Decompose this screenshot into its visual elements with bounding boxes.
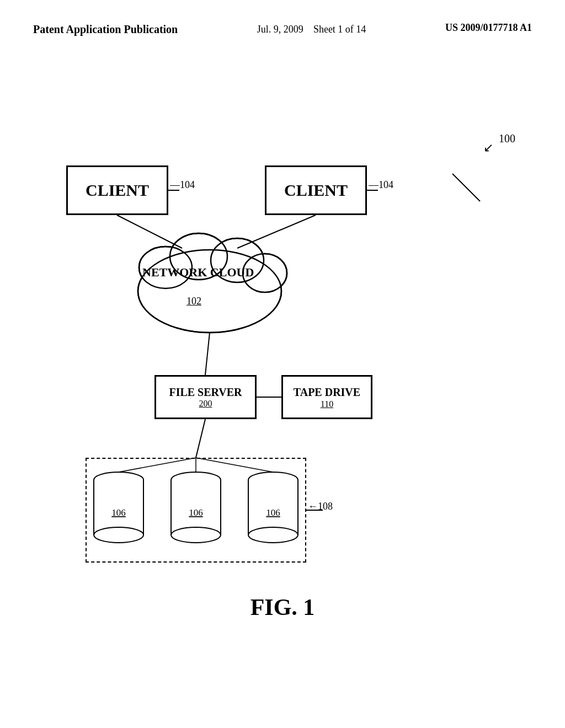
tapedrive-label: TAPE DRIVE (294, 385, 360, 399)
client-left-ref: —104 (170, 179, 195, 191)
client-right-box: CLIENT (265, 165, 367, 215)
line-client-left-to-cloud (117, 215, 182, 248)
client-left-label: CLIENT (86, 181, 149, 200)
diagram-svg: 106 106 106 (0, 77, 565, 656)
date-sheet: Jul. 9, 2009 Sheet 1 of 14 (257, 22, 366, 37)
tapedrive-ref: 110 (321, 399, 333, 409)
svg-point-0 (138, 250, 281, 333)
line-client-right-to-cloud (237, 215, 316, 248)
fileserver-ref: 200 (199, 399, 212, 409)
fileserver-label: FILE SERVER (169, 386, 242, 399)
line-cloud-to-fileserver (205, 333, 210, 375)
array-ref-label: ←108 (308, 501, 333, 512)
line-fileserver-to-disks (196, 419, 205, 458)
cloud-label: NETWORK CLOUD (142, 265, 254, 281)
date: Jul. 9, 2009 (257, 24, 303, 35)
cloud-shape (138, 233, 287, 333)
sheet: Sheet 1 of 14 (313, 24, 366, 35)
figure-label: FIG. 1 (0, 594, 565, 620)
client-left-box: CLIENT (66, 165, 168, 215)
ref-100-label: 100 (499, 132, 515, 145)
client-right-label: CLIENT (284, 181, 348, 200)
svg-point-5 (139, 251, 280, 331)
disk-array-boundary (86, 458, 306, 563)
fileserver-box: FILE SERVER 200 (154, 375, 257, 419)
page-header: Patent Application Publication Jul. 9, 2… (0, 0, 565, 37)
ref-100-arrow: ↙ (483, 141, 493, 155)
patent-number: US 2009/0177718 A1 (445, 22, 532, 34)
tapedrive-box: TAPE DRIVE 110 (281, 375, 372, 419)
publication-label: Patent Application Publication (33, 22, 178, 36)
line-ref-100 (452, 174, 480, 201)
diagram-area: 100 ↙ CLIENT —104 CLIENT —104 NETWORK CL… (0, 77, 565, 656)
svg-point-10 (138, 250, 281, 333)
cloud-ref: 102 (186, 296, 201, 307)
client-right-ref: —104 (369, 179, 393, 191)
